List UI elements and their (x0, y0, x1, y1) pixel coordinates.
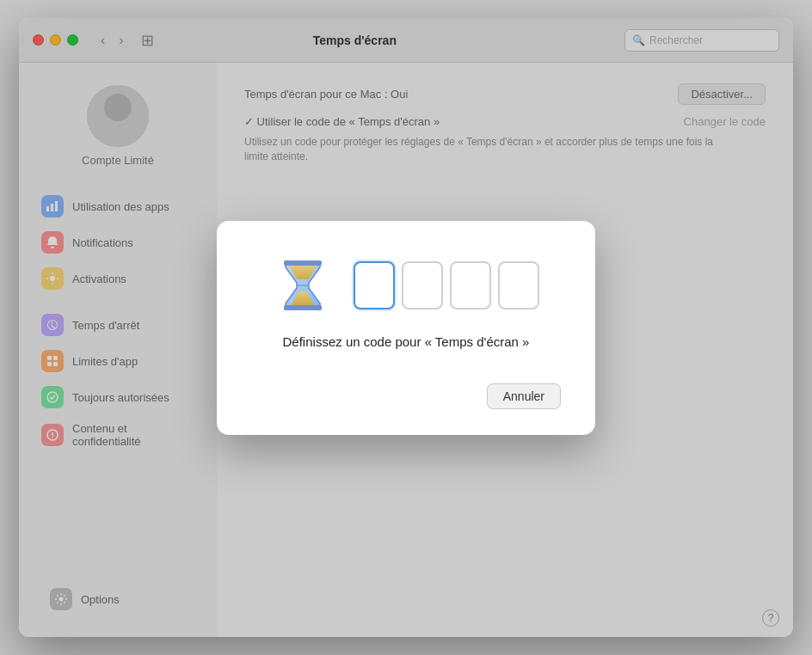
modal-actions: Annuler (251, 383, 561, 409)
modal-title: Définissez un code pour « Temps d'écran … (283, 334, 530, 349)
hourglass-svg (273, 255, 333, 315)
main-window: ‹ › ⊞ Temps d'écran 🔍 Rechercher Compte … (19, 18, 793, 637)
cancel-button[interactable]: Annuler (487, 383, 561, 409)
pin-field-3[interactable] (450, 261, 491, 309)
pin-modal: Définissez un code pour « Temps d'écran … (217, 221, 595, 435)
svg-rect-21 (284, 305, 322, 310)
pin-field-2[interactable] (402, 261, 443, 309)
modal-overlay: Définissez un code pour « Temps d'écran … (19, 18, 793, 637)
hourglass-icon (273, 255, 333, 315)
modal-top (273, 255, 539, 315)
svg-rect-20 (284, 260, 322, 266)
pin-fields (354, 261, 539, 309)
pin-field-1[interactable] (354, 261, 395, 309)
pin-field-4[interactable] (498, 261, 539, 309)
